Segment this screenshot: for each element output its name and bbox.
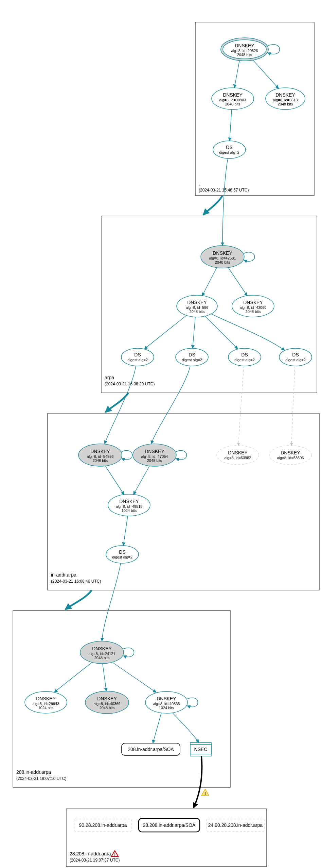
svg-text:digest alg=2: digest alg=2 [112,555,132,559]
zone-inaddr-label: in-addr.arpa [51,572,76,578]
svg-text:alg=8, id=5613: alg=8, id=5613 [273,98,298,102]
zone-root-label: . [199,181,200,186]
svg-text:alg=8, id=40836: alg=8, id=40836 [153,702,180,706]
warning-icon: ! [201,789,209,796]
svg-text:2048 bits: 2048 bits [100,706,115,710]
svg-text:DNSKEY: DNSKEY [223,92,243,98]
node-208-k2[interactable]: DNSKEY alg=8, id=40369 2048 bits [85,691,129,714]
svg-text:2048 bits: 2048 bits [215,260,230,264]
svg-text:DNSKEY: DNSKEY [36,696,56,701]
node-28-soa[interactable]: 28.208.in-addr.arpa/SOA [139,818,200,832]
svg-text:DNSKEY: DNSKEY [157,696,176,701]
zone-root-ts: (2024-03-21 15:46:57 UTC) [199,188,249,193]
svg-text:alg=8, id=47054: alg=8, id=47054 [141,454,168,458]
svg-text:DS: DS [119,549,125,555]
svg-text:alg=8, id=43060: alg=8, id=43060 [240,305,267,310]
node-arpa-ds2[interactable]: DS digest alg=2 [176,348,208,366]
svg-text:2048 bits: 2048 bits [225,102,240,106]
svg-text:28.208.in-addr.arpa/SOA: 28.208.in-addr.arpa/SOA [143,822,196,828]
node-arpa-ksk[interactable]: DNSKEY alg=8, id=42581 2048 bits [201,246,244,268]
svg-text:alg=8, id=40369: alg=8, id=40369 [94,702,121,706]
svg-text:alg=8, id=20326: alg=8, id=20326 [231,49,258,53]
svg-text:digest alg=2: digest alg=2 [219,150,239,154]
svg-text:DNSKEY: DNSKEY [92,646,112,651]
node-208-k3[interactable]: DNSKEY alg=8, id=40836 1024 bits [145,691,188,713]
node-28-b[interactable]: 24.90.28.208.in-addr.arpa [207,819,264,831]
svg-text:digest alg=2: digest alg=2 [182,358,202,362]
svg-text:DNSKEY: DNSKEY [90,449,110,454]
svg-text:24.90.28.208.in-addr.arpa: 24.90.28.208.in-addr.arpa [208,822,263,828]
node-ia-ksk1[interactable]: DNSKEY alg=8, id=54956 2048 bits [78,444,122,466]
svg-text:1024 bits: 1024 bits [122,508,137,513]
svg-text:alg=8, id=54956: alg=8, id=54956 [87,454,114,458]
zone-inaddr-ts: (2024-03-21 16:08:46 UTC) [51,579,101,584]
svg-text:2048 bits: 2048 bits [190,310,205,314]
node-root-zsk2[interactable]: DNSKEY alg=8, id=5613 2048 bits [266,88,305,110]
svg-text:DNSKEY: DNSKEY [228,450,248,455]
zone-208-ts: (2024-03-21 19:07:16 UTC) [16,776,66,781]
node-arpa-ds3[interactable]: DS digest alg=2 [228,348,261,366]
svg-text:alg=8, id=53696: alg=8, id=53696 [277,456,304,460]
zone-arpa: arpa (2024-03-21 16:08:29 UTC) DNSKEY al… [101,158,317,393]
svg-text:2048 bits: 2048 bits [278,102,293,106]
svg-text:DNSKEY: DNSKEY [145,449,164,454]
svg-text:alg=8, id=42581: alg=8, id=42581 [209,256,236,260]
zone-208-label: 208.in-addr.arpa [16,769,51,775]
node-arpa-ds1[interactable]: DS digest alg=2 [121,348,154,366]
svg-text:alg=8, id=24121: alg=8, id=24121 [89,652,115,656]
svg-text:208.in-addr.arpa/SOA: 208.in-addr.arpa/SOA [128,747,174,752]
node-ia-missing1[interactable]: DNSKEY alg=8, id=63982 [217,446,259,465]
error-icon: ! [111,851,118,857]
node-arpa-ds4[interactable]: DS digest alg=2 [279,348,312,366]
node-28-a[interactable]: 90.28.208.in-addr.arpa [74,819,132,831]
svg-text:DNSKEY: DNSKEY [119,499,139,504]
node-arpa-zsk2[interactable]: DNSKEY alg=8, id=43060 2048 bits [232,295,274,317]
zone-28: 28.208.in-addr.arpa ! (2024-03-21 19:07:… [66,809,267,867]
svg-text:!: ! [204,791,206,796]
node-root-ds[interactable]: DS digest alg=2 [213,141,246,158]
svg-text:2048 bits: 2048 bits [237,53,252,57]
svg-text:1024 bits: 1024 bits [159,706,174,710]
svg-text:alg=8, id=29943: alg=8, id=29943 [33,702,59,706]
svg-text:alg=8, id=49518: alg=8, id=49518 [116,504,143,508]
svg-text:digest alg=2: digest alg=2 [285,358,306,362]
svg-text:90.28.208.in-addr.arpa: 90.28.208.in-addr.arpa [79,822,127,828]
zone-inaddr: in-addr.arpa (2024-03-21 16:08:46 UTC) D… [48,366,319,590]
node-root-ksk[interactable]: DNSKEY alg=8, id=20326 2048 bits [221,38,268,61]
svg-text:DNSKEY: DNSKEY [187,300,207,305]
svg-text:DNSKEY: DNSKEY [235,43,254,48]
svg-text:1024 bits: 1024 bits [38,706,54,710]
svg-text:2048 bits: 2048 bits [94,656,110,660]
svg-text:DNSKEY: DNSKEY [243,300,263,305]
zone-arpa-label: arpa [105,375,114,380]
svg-text:alg=8, id=63982: alg=8, id=63982 [225,456,251,460]
node-208-soa[interactable]: 208.in-addr.arpa/SOA [122,743,180,755]
node-ia-ksk2[interactable]: DNSKEY alg=8, id=47054 2048 bits [133,444,176,466]
node-ia-missing2[interactable]: DNSKEY alg=8, id=53696 [269,446,311,465]
svg-text:2048 bits: 2048 bits [246,310,261,314]
svg-text:DNSKEY: DNSKEY [97,696,117,701]
zone-208: 208.in-addr.arpa (2024-03-21 19:07:16 UT… [13,563,230,787]
svg-text:DS: DS [292,352,299,357]
svg-text:DS: DS [134,352,141,357]
svg-text:DS: DS [241,352,248,357]
node-208-ksk[interactable]: DNSKEY alg=8, id=24121 2048 bits [80,641,124,664]
svg-text:!: ! [114,852,115,857]
svg-text:alg=8, id=586: alg=8, id=586 [186,305,209,310]
svg-text:DS: DS [226,145,232,150]
zone-arpa-ts: (2024-03-21 16:08:29 UTC) [105,382,155,386]
node-ia-ds[interactable]: DS digest alg=2 [106,546,139,563]
svg-text:DNSKEY: DNSKEY [213,250,232,256]
zone-28-label: 28.208.in-addr.arpa [70,851,111,856]
node-208-k1[interactable]: DNSKEY alg=8, id=29943 1024 bits [25,691,67,713]
svg-text:DNSKEY: DNSKEY [275,92,295,98]
node-root-zsk1[interactable]: DNSKEY alg=8, id=30903 2048 bits [212,88,254,110]
svg-text:DNSKEY: DNSKEY [281,450,300,455]
svg-rect-42 [48,413,319,590]
svg-text:digest alg=2: digest alg=2 [234,358,255,362]
zone-28-ts: (2024-03-21 19:07:37 UTC) [70,858,120,863]
node-ia-zsk[interactable]: DNSKEY alg=8, id=49518 1024 bits [108,494,150,516]
svg-text:2048 bits: 2048 bits [147,458,162,463]
node-208-nsec[interactable]: NSEC [190,742,211,756]
svg-text:NSEC: NSEC [194,747,208,752]
